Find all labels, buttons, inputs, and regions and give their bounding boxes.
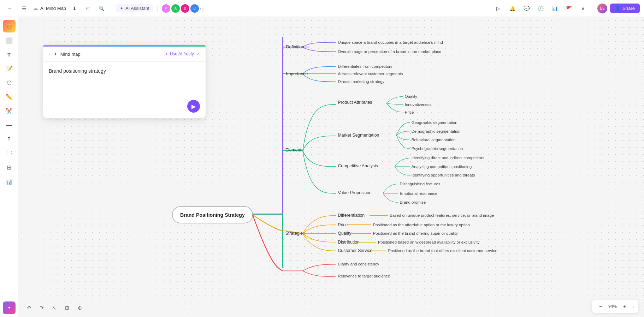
value-child-2: Emotional resonance bbox=[400, 191, 438, 196]
comp-child-3: Identifying opportunities and threats bbox=[412, 173, 475, 177]
bottom-toolbar-right: − 94% + ∨ bbox=[592, 300, 638, 313]
menu-button[interactable]: ☰ bbox=[18, 3, 30, 14]
redo-button[interactable]: ↷ bbox=[37, 303, 47, 313]
send-button[interactable]: ▶ bbox=[187, 100, 200, 113]
sidebar-icon-text[interactable]: T bbox=[3, 48, 16, 61]
zoom-out-button[interactable]: − bbox=[596, 301, 605, 311]
line-icon: — bbox=[6, 121, 12, 129]
present-button[interactable]: ▷ bbox=[492, 3, 504, 14]
search-button[interactable]: 🔍 bbox=[96, 3, 107, 14]
comp-child-1: Identifying direct and indirect competit… bbox=[412, 156, 485, 160]
quality-label: Quality bbox=[405, 94, 418, 98]
psycho-seg: Psychographic segmentation bbox=[412, 146, 463, 151]
tag-button[interactable]: 🏷 bbox=[83, 5, 93, 12]
zoom-in-button[interactable]: + bbox=[620, 301, 630, 311]
importance-label: Importance bbox=[286, 71, 308, 76]
value-child-1: Distinguishing features bbox=[400, 182, 441, 186]
share-button[interactable]: 👤 Share bbox=[610, 4, 640, 13]
clock-button[interactable]: 🕐 bbox=[535, 3, 546, 14]
separator-2 bbox=[157, 5, 158, 12]
ai-assistant-button[interactable]: ✦ AI Assistant bbox=[116, 4, 153, 12]
sidebar-icon-scissors[interactable]: ✂️ bbox=[3, 104, 16, 117]
center-node-text: Brand Positioning Strategy bbox=[180, 212, 245, 218]
impl-child-1: Clarity and consistency bbox=[338, 262, 379, 266]
user-avatar[interactable]: bc bbox=[597, 4, 607, 13]
definition-label: Definition bbox=[286, 44, 304, 49]
flag-button[interactable]: 🚩 bbox=[563, 3, 574, 14]
competitive-label: Competitive Analysis bbox=[338, 163, 378, 168]
chevron-down-icon: ∨ bbox=[632, 305, 635, 309]
send-icon: ▶ bbox=[191, 103, 196, 110]
back-icon: ← bbox=[7, 6, 12, 11]
panel-header-right: ✦ Use AI freely × bbox=[165, 51, 200, 57]
ai-sidebar-icon: ✦ bbox=[7, 305, 11, 310]
search-icon: 🔍 bbox=[99, 6, 105, 11]
text2-icon: T bbox=[8, 137, 10, 142]
product-attributes-label: Product Attributes bbox=[338, 100, 372, 105]
value-prop-label: Value Proposition bbox=[338, 190, 372, 195]
download-icon: ⬇ bbox=[72, 6, 77, 11]
comp-child-2: Analyzing competitor's positioning bbox=[412, 165, 472, 169]
chart-sidebar-icon: 📊 bbox=[6, 178, 13, 185]
share-icon: 👤 bbox=[615, 6, 621, 11]
cursor-button[interactable]: ↖ bbox=[49, 303, 59, 313]
strat-dist-value: Positioned based on widespread availabil… bbox=[378, 240, 480, 244]
price-label: Price bbox=[405, 110, 414, 114]
importance-child-2: Attracts relevant customer segments bbox=[338, 72, 403, 76]
redo-icon: ↷ bbox=[40, 305, 44, 311]
geo-seg: Geographic segmentation bbox=[412, 120, 457, 125]
fit-button[interactable]: ⊞ bbox=[62, 303, 72, 313]
chart-button[interactable]: 📊 bbox=[549, 3, 560, 14]
back-button[interactable]: ← bbox=[4, 3, 16, 14]
strat-quality-value: Positioned as the brand offering superio… bbox=[373, 231, 458, 235]
comment-button[interactable]: 💬 bbox=[521, 3, 532, 14]
behavioral-seg: Behavioral segmentation bbox=[412, 138, 456, 142]
sidebar-icon-sticky[interactable]: 📝 bbox=[3, 62, 16, 75]
zoom-out-icon: − bbox=[599, 304, 602, 309]
download-button[interactable]: ⬇ bbox=[69, 3, 80, 14]
chevron-left-icon: ‹ bbox=[200, 6, 201, 11]
strat-cs-label: Customer Service bbox=[338, 248, 372, 253]
panel-input-text: Brand positioning strategy bbox=[49, 67, 200, 75]
use-ai-label: Use AI freely bbox=[170, 52, 194, 56]
value-child-3: Brand promise bbox=[400, 200, 426, 204]
panel-back-button[interactable]: ‹ bbox=[49, 51, 51, 57]
undo-button[interactable]: ↶ bbox=[24, 303, 34, 313]
strat-price-label: Price bbox=[338, 222, 348, 227]
sidebar-icon-ai[interactable]: ✦ bbox=[3, 301, 16, 314]
sidebar-icon-palette[interactable]: 🎨 bbox=[3, 20, 16, 32]
share-label: Share bbox=[622, 6, 635, 11]
sidebar-icon-frame[interactable]: ⬜ bbox=[3, 34, 16, 47]
sidebar-icon-pen[interactable]: ✏️ bbox=[3, 90, 16, 103]
grid-icon: ⋮⋮ bbox=[5, 151, 13, 156]
panel-header: ‹ ✦ Mind map ✦ Use AI freely × bbox=[43, 47, 206, 62]
app-title-text: AI Mind Map bbox=[40, 6, 66, 11]
sidebar-icon-chart[interactable]: 📊 bbox=[3, 175, 16, 188]
sidebar-icon-table[interactable]: ⊞ bbox=[3, 161, 16, 174]
add-frame-button[interactable]: ⊕ bbox=[75, 303, 85, 313]
menu-icon: ☰ bbox=[22, 6, 26, 11]
sidebar-icon-shape[interactable]: ⬡ bbox=[3, 76, 16, 89]
demo-seg: Demographic segmentation bbox=[412, 129, 461, 133]
panel-close-button[interactable]: × bbox=[197, 51, 200, 57]
collab-avatar-3: B bbox=[181, 4, 189, 13]
sidebar-icon-text2[interactable]: T bbox=[3, 133, 16, 145]
shape-icon: ⬡ bbox=[7, 79, 12, 86]
sidebar-icon-line[interactable]: — bbox=[3, 119, 16, 131]
strat-cs-value: Positioned as the brand that offers exce… bbox=[388, 249, 497, 253]
collab-avatar-2: A bbox=[171, 4, 180, 13]
definition-child-1: Unique space a brand occupies in a targe… bbox=[338, 40, 443, 44]
panel-title: Mind map bbox=[60, 52, 81, 57]
sticky-icon: 📝 bbox=[6, 65, 13, 72]
market-seg-label: Market Segmentation bbox=[338, 133, 379, 138]
sidebar-icon-grid[interactable]: ⋮⋮ bbox=[3, 147, 16, 160]
use-ai-icon: ✦ bbox=[165, 52, 168, 56]
pen-icon: ✏️ bbox=[6, 94, 13, 100]
add-frame-icon: ⊕ bbox=[78, 305, 82, 311]
more-button[interactable]: ∨ bbox=[577, 3, 589, 14]
timer-button[interactable]: 🔔 bbox=[507, 3, 518, 14]
palette-icon: 🎨 bbox=[6, 24, 12, 29]
strategies-label: Strategies bbox=[285, 231, 305, 236]
toolbar-right: ▷ 🔔 💬 🕐 📊 🚩 ∨ bc 👤 Share bbox=[492, 3, 640, 14]
use-ai-button[interactable]: ✦ Use AI freely bbox=[165, 52, 194, 56]
